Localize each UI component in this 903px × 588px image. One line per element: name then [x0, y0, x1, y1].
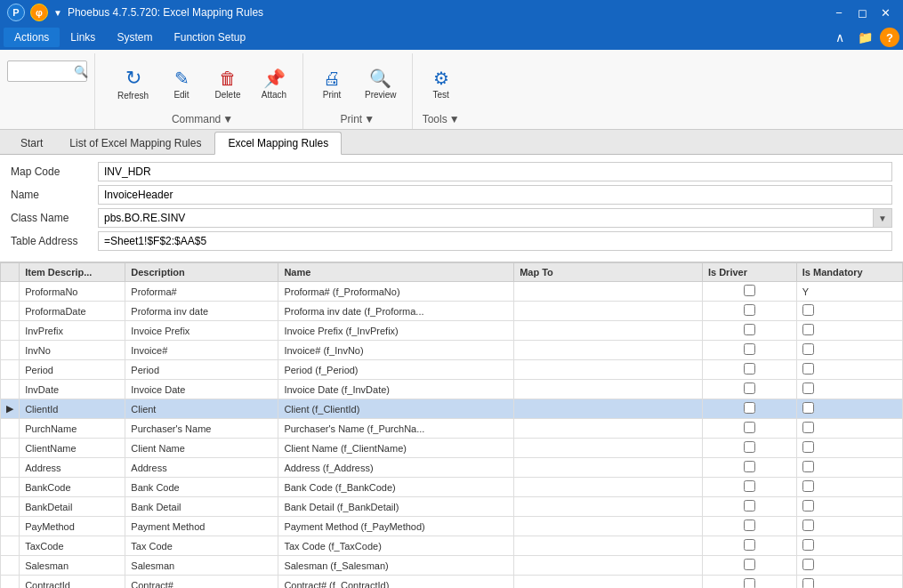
tools-expand-icon[interactable]: ▼	[449, 113, 460, 125]
isdriver-checkbox[interactable]	[744, 441, 755, 453]
classname-select-wrap: pbs.BO.RE.SINV ▼	[98, 208, 892, 228]
tab-list-excel-mapping[interactable]: List of Excel Mapping Rules	[56, 132, 214, 154]
table-row: TaxCodeTax CodeTax Code (f_TaxCode)	[1, 536, 903, 556]
cell-isdriver	[702, 341, 796, 360]
classname-select[interactable]: pbs.BO.RE.SINV	[98, 208, 892, 228]
ismandatory-checkbox[interactable]	[802, 383, 814, 394]
isdriver-checkbox[interactable]	[744, 324, 755, 335]
cell-mapto	[514, 282, 703, 302]
isdriver-checkbox[interactable]	[744, 285, 755, 296]
name-input[interactable]	[98, 185, 892, 205]
menu-system[interactable]: System	[106, 28, 163, 47]
classname-dropdown-arrow[interactable]: ▼	[873, 208, 892, 228]
row-indicator	[1, 576, 20, 589]
search-box[interactable]: 🔍	[7, 60, 87, 82]
isdriver-checkbox[interactable]	[744, 383, 755, 394]
attach-label: Attach	[262, 90, 286, 100]
tools-buttons: ⚙ Test	[420, 55, 463, 113]
cell-description: Invoice Prefix	[125, 321, 278, 341]
isdriver-checkbox[interactable]	[744, 304, 755, 316]
app-icon-p: P	[7, 4, 25, 21]
ismandatory-checkbox[interactable]	[802, 461, 814, 472]
ismandatory-checkbox[interactable]	[802, 343, 814, 355]
menu-links[interactable]: Links	[60, 28, 106, 47]
print-group-label: Print ▼	[341, 113, 375, 127]
restore-button[interactable]: ◻	[851, 4, 873, 21]
table-row: PurchNamePurchaser's NamePurchaser's Nam…	[1, 419, 903, 439]
isdriver-checkbox[interactable]	[744, 480, 755, 492]
grid-body: ProformaNoProforma#Proforma# (f_Proforma…	[1, 282, 903, 589]
print-button[interactable]: 🖨 Print	[310, 65, 353, 104]
ismandatory-checkbox[interactable]	[802, 500, 814, 511]
ismandatory-checkbox[interactable]	[802, 539, 814, 551]
cell-ismandatory	[796, 576, 902, 589]
cell-mapto	[514, 360, 703, 380]
isdriver-checkbox[interactable]	[744, 559, 755, 570]
refresh-button[interactable]: ↻ Refresh	[109, 64, 157, 105]
menu-function-setup[interactable]: Function Setup	[163, 28, 256, 47]
attach-button[interactable]: 📌 Attach	[253, 65, 295, 104]
ismandatory-checkbox[interactable]	[802, 304, 814, 316]
isdriver-checkbox[interactable]	[744, 402, 755, 414]
cell-item-desc: BankCode	[20, 478, 125, 497]
command-expand-icon[interactable]: ▼	[222, 113, 233, 125]
tab-excel-mapping-rules[interactable]: Excel Mapping Rules	[214, 132, 342, 155]
cell-mapto	[514, 478, 703, 497]
cell-item-desc: InvDate	[20, 380, 125, 399]
cell-item-desc: ProformaNo	[20, 282, 125, 302]
isdriver-checkbox[interactable]	[744, 520, 755, 531]
ismandatory-checkbox[interactable]	[802, 422, 814, 433]
ismandatory-checkbox[interactable]	[802, 559, 814, 570]
test-button[interactable]: ⚙ Test	[420, 65, 463, 104]
ismandatory-checkbox[interactable]	[802, 520, 814, 531]
table-row: PayMethodPayment MethodPayment Method (f…	[1, 517, 903, 536]
cell-mapto	[514, 458, 703, 478]
menu-actions[interactable]: Actions	[4, 28, 60, 47]
mapcode-input[interactable]	[98, 162, 892, 181]
cell-item-desc: ClientName	[20, 439, 125, 458]
isdriver-checkbox[interactable]	[744, 539, 755, 551]
cell-description: Invoice Date	[125, 380, 278, 399]
cell-name: Period (f_Period)	[278, 360, 514, 380]
tableaddress-input[interactable]	[98, 231, 892, 251]
row-indicator	[1, 458, 20, 478]
help-button[interactable]: ?	[880, 28, 899, 47]
delete-button[interactable]: 🗑 Delete	[206, 65, 249, 104]
isdriver-checkbox[interactable]	[744, 578, 755, 588]
isdriver-checkbox[interactable]	[744, 500, 755, 511]
preview-button[interactable]: 🔍 Preview	[357, 65, 405, 104]
cell-isdriver	[702, 282, 796, 302]
close-button[interactable]: ✕	[875, 4, 896, 21]
cell-isdriver	[702, 497, 796, 517]
isdriver-checkbox[interactable]	[744, 422, 755, 433]
isdriver-checkbox[interactable]	[744, 343, 755, 355]
cell-ismandatory	[796, 536, 902, 556]
tab-start[interactable]: Start	[7, 132, 56, 154]
delete-label: Delete	[215, 90, 241, 100]
cell-isdriver	[702, 321, 796, 341]
ismandatory-checkbox[interactable]	[802, 402, 814, 414]
attach-icon: 📌	[263, 69, 286, 87]
ismandatory-checkbox[interactable]	[802, 363, 814, 375]
ismandatory-checkbox[interactable]	[802, 441, 814, 453]
ismandatory-checkbox[interactable]	[802, 480, 814, 492]
isdriver-checkbox[interactable]	[744, 363, 755, 375]
cell-isdriver	[702, 478, 796, 497]
ismandatory-checkbox[interactable]	[802, 578, 814, 588]
cell-description: Client	[125, 399, 278, 419]
command-buttons: ↻ Refresh ✎ Edit 🗑 Delete 📌 Attach	[109, 55, 295, 113]
minimize-button[interactable]: −	[828, 4, 850, 21]
folder-icon[interactable]: 📁	[855, 28, 875, 47]
app-icon-phi: φ	[30, 4, 48, 21]
tabs-bar: Start List of Excel Mapping Rules Excel …	[0, 130, 903, 155]
print-expand-icon[interactable]: ▼	[364, 113, 375, 125]
ismandatory-checkbox[interactable]	[802, 324, 814, 335]
row-indicator	[1, 360, 20, 380]
isdriver-checkbox[interactable]	[744, 461, 755, 472]
chevron-up-icon[interactable]: ∧	[830, 28, 850, 47]
title-bar-minimize-icon: ▼	[53, 8, 62, 18]
search-input[interactable]	[12, 66, 74, 77]
refresh-icon: ↻	[125, 68, 141, 88]
table-row: InvNoInvoice#Invoice# (f_InvNo)	[1, 341, 903, 360]
edit-button[interactable]: ✎ Edit	[160, 65, 203, 104]
